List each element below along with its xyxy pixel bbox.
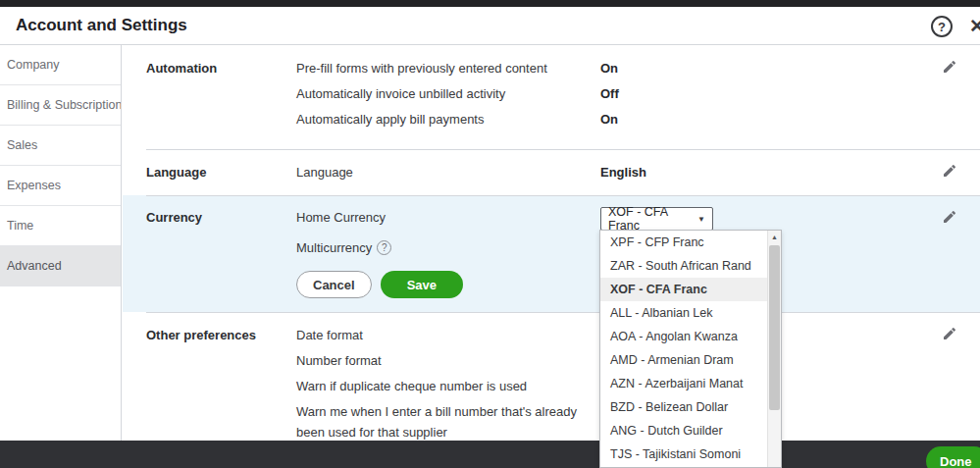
setting-row: Pre-fill forms with previously entered c… — [296, 58, 980, 78]
settings-content: Automation Pre-fill forms with previousl… — [123, 45, 980, 441]
setting-row: Home Currency XOF - CFA Franc ▼ — [296, 207, 980, 231]
setting-label: Warn if duplicate cheque number is used — [296, 376, 600, 396]
top-strip — [0, 0, 980, 7]
setting-label: Automatically invoice unbilled activity — [296, 83, 600, 104]
setting-value: English — [600, 162, 646, 182]
pencil-icon — [942, 213, 957, 228]
dropdown-option[interactable]: AZN - Azerbaijani Manat — [600, 372, 767, 395]
section-other-preferences: Other preferences Date format Number for… — [123, 312, 980, 441]
edit-automation-button[interactable] — [941, 59, 958, 77]
sidebar-item-expenses[interactable]: Expenses — [0, 166, 121, 206]
section-automation: Automation Pre-fill forms with previousl… — [123, 45, 980, 149]
setting-row: Automatically invoice unbilled activity … — [296, 83, 980, 104]
pencil-icon — [942, 63, 957, 78]
dropdown-option[interactable]: ALL - Albanian Lek — [600, 301, 767, 325]
section-title: Language — [146, 162, 296, 195]
sidebar-item-company[interactable]: Company — [0, 45, 121, 85]
setting-value: On — [600, 109, 618, 130]
setting-label: Warn me when I enter a bill number that'… — [296, 401, 600, 442]
setting-row: Automatically apply bill payments On — [296, 109, 980, 130]
dropdown-option[interactable]: ZAR - South African Rand — [600, 254, 767, 278]
dropdown-option[interactable]: AMD - Armenian Dram — [600, 348, 767, 372]
setting-label: Date format — [296, 325, 600, 345]
done-button[interactable]: Done — [926, 446, 980, 468]
dropdown-option[interactable]: XPF - CFP Franc — [600, 231, 767, 254]
edit-other-preferences-button[interactable] — [941, 326, 958, 343]
scroll-up-icon[interactable]: ▲ — [768, 231, 781, 244]
pencil-icon — [942, 167, 957, 182]
edit-language-button[interactable] — [941, 163, 958, 181]
dropdown-scrollbar[interactable]: ▲ — [767, 231, 781, 467]
dialog-header: Account and Settings ? ✕ — [0, 7, 980, 45]
settings-sidebar: Company Billing & Subscription Sales Exp… — [0, 45, 122, 441]
multicurrency-help-icon[interactable]: ? — [377, 240, 391, 255]
setting-value: On — [600, 58, 618, 78]
setting-label: Language — [296, 162, 600, 182]
setting-value: Off — [600, 83, 619, 104]
save-button[interactable]: Save — [381, 271, 463, 298]
section-currency: Currency Home Currency XOF - CFA Franc ▼… — [123, 195, 980, 312]
section-title: Other preferences — [146, 325, 296, 441]
home-currency-selected-value: XOF - CFA Franc — [608, 205, 692, 233]
multicurrency-label: Multicurrency — [296, 240, 372, 255]
dropdown-option[interactable]: AOA - Angolan Kwanza — [600, 325, 767, 348]
currency-dropdown-list: XPF - CFP Franc ZAR - South African Rand… — [599, 230, 782, 468]
close-icon[interactable]: ✕ — [969, 17, 980, 36]
section-language: Language Language English — [123, 149, 980, 195]
dropdown-option-selected[interactable]: XOF - CFA Franc — [600, 278, 767, 301]
footer-bar: Done — [0, 441, 980, 468]
setting-label: Home Currency — [296, 207, 600, 231]
setting-label: Number format — [296, 350, 600, 371]
setting-label: Automatically apply bill payments — [296, 109, 600, 130]
setting-label: Pre-fill forms with previously entered c… — [296, 58, 600, 78]
setting-row: Language English — [296, 162, 980, 182]
dropdown-option[interactable]: TJS - Tajikistani Somoni — [600, 442, 767, 466]
help-icon[interactable]: ? — [931, 16, 953, 37]
section-title: Automation — [146, 58, 296, 149]
dropdown-option[interactable]: BZD - Belizean Dollar — [600, 395, 767, 419]
chevron-down-icon: ▼ — [697, 215, 705, 224]
setting-label: Multicurrency? — [296, 237, 600, 258]
sidebar-item-time[interactable]: Time — [0, 206, 121, 246]
home-currency-select[interactable]: XOF - CFA Franc ▼ — [600, 207, 713, 231]
sidebar-item-advanced[interactable]: Advanced — [0, 246, 121, 286]
page-title: Account and Settings — [16, 16, 187, 35]
cancel-button[interactable]: Cancel — [296, 271, 372, 298]
pencil-icon — [942, 330, 957, 344]
sidebar-item-billing-subscription[interactable]: Billing & Subscription — [0, 85, 121, 126]
section-title: Currency — [146, 207, 296, 312]
scrollbar-thumb[interactable] — [769, 245, 780, 410]
sidebar-item-sales[interactable]: Sales — [0, 126, 121, 166]
edit-currency-button[interactable] — [941, 209, 958, 227]
dropdown-option[interactable]: ANG - Dutch Guilder — [600, 419, 767, 442]
